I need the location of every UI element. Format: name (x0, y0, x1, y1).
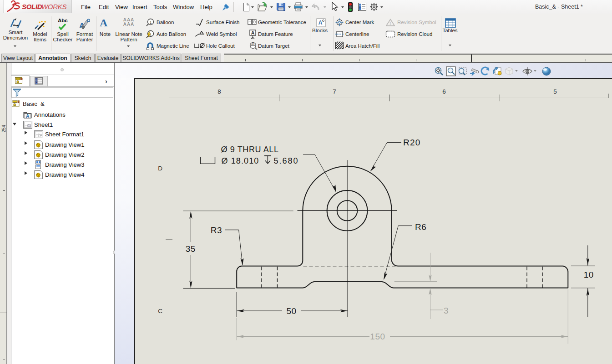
svg-text:Ø 9 THRU ALL: Ø 9 THRU ALL (221, 145, 279, 154)
svg-text:3: 3 (444, 306, 449, 315)
svg-text:5.680: 5.680 (273, 156, 298, 165)
svg-text:8: 8 (217, 88, 221, 95)
svg-text:7: 7 (333, 88, 336, 95)
svg-text:35: 35 (186, 244, 196, 254)
svg-text:5: 5 (553, 88, 557, 95)
svg-text:R3: R3 (211, 225, 223, 235)
svg-text:R6: R6 (415, 222, 427, 232)
svg-text:10: 10 (584, 270, 594, 279)
svg-text:150: 150 (370, 332, 385, 341)
svg-text:50: 50 (286, 306, 296, 316)
svg-text:6: 6 (442, 88, 446, 95)
svg-text:Ø 18.010: Ø 18.010 (222, 156, 259, 165)
svg-text:R20: R20 (403, 138, 420, 147)
svg-text:D: D (158, 165, 162, 172)
svg-text:C: C (158, 308, 162, 314)
